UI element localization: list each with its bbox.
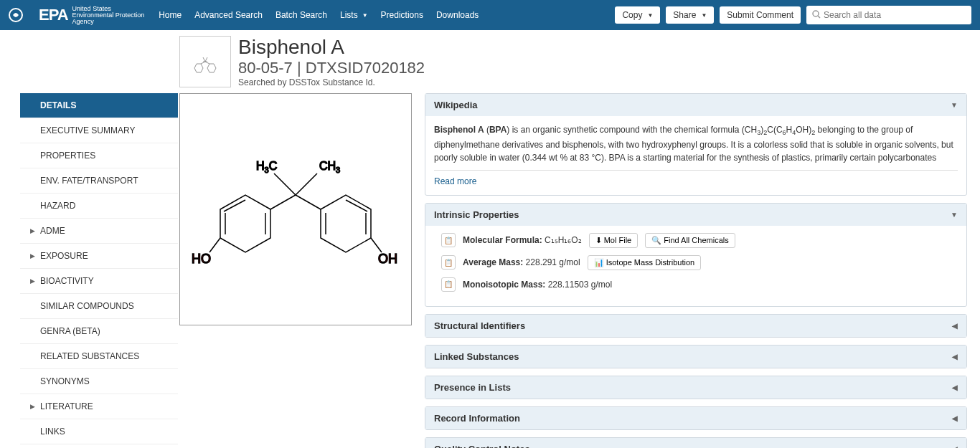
structural-identifiers-header[interactable]: Structural Identifiers◀ [425,315,966,337]
svg-marker-15 [220,195,270,252]
svg-text:H3C: H3C [256,160,277,174]
sidebar-item-links[interactable]: LINKS [20,419,178,444]
search-input[interactable] [824,10,966,20]
quality-control-notes-panel: Quality Control Notes◀ [425,437,967,448]
download-icon: ⬇ [595,236,602,245]
submit-comment-button[interactable]: Submit Comment [720,6,801,24]
chevron-left-icon: ◀ [952,353,958,361]
nav-batch-search[interactable]: Batch Search [275,10,327,20]
sidebar-item-details[interactable]: DETAILS [20,93,178,118]
nav-advanced-search[interactable]: Advanced Search [194,10,263,20]
sidebar-item-related-substances[interactable]: RELATED SUBSTANCES [20,344,178,369]
svg-line-2 [818,16,820,18]
mol-file-button[interactable]: ⬇Mol File [589,233,639,248]
chevron-right-icon: ▶ [30,277,36,285]
sidebar-item-label: SIMILAR COMPOUNDS [40,301,134,311]
panel-title: Record Information [434,413,520,424]
svg-line-26 [371,238,382,252]
sidebar-item-label: EXECUTIVE SUMMARY [40,125,135,135]
isotope-button[interactable]: 📊Isotope Mass Distribution [588,255,702,270]
read-more-link[interactable]: Read more [434,176,476,186]
chevron-left-icon: ◀ [952,322,958,330]
sidebar-item-label: ENV. FATE/TRANSPORT [40,176,138,186]
share-button[interactable]: Share [666,6,714,24]
nav-downloads[interactable]: Downloads [436,10,479,20]
structure-thumb-svg [184,40,227,83]
find-all-button[interactable]: 🔍Find All Chemicals [645,233,735,248]
svg-text:CH3: CH3 [319,160,340,174]
copy-button[interactable]: Copy [615,6,660,24]
linked-substances-header[interactable]: Linked Substances◀ [425,345,966,368]
nav-lists[interactable]: Lists [340,10,368,20]
sidebar-item-label: PROPERTIES [40,151,95,161]
intrinsic-title: Intrinsic Properties [434,209,519,220]
sidebar: DETAILSEXECUTIVE SUMMARYPROPERTIESENV. F… [20,93,178,448]
svg-line-11 [296,173,317,195]
sidebar-item-genra-beta-[interactable]: GENRA (BETA) [20,319,178,344]
copy-icon[interactable]: 📋 [441,277,456,292]
search-box[interactable] [806,6,971,24]
average-mass-row: 📋 Average Mass: 228.291 g/mol 📊Isotope M… [434,255,958,270]
panel-title: Linked Substances [434,351,519,362]
sidebar-item-bioactivity[interactable]: ▶BIOACTIVITY [20,269,178,294]
presence-in-lists-header[interactable]: Presence in Lists◀ [425,376,966,399]
avg-mass: Average Mass: 228.291 g/mol [463,257,580,267]
sidebar-item-label: LINKS [40,426,65,437]
sidebar-item-env-fate-transport[interactable]: ENV. FATE/TRANSPORT [20,168,178,194]
epa-logo[interactable]: EPA United States Environmental Protecti… [9,5,144,25]
chart-icon: 📊 [594,258,604,267]
chevron-down-icon: ▼ [951,101,958,109]
chevron-right-icon: ▶ [30,227,36,234]
chevron-left-icon: ◀ [952,383,958,391]
sidebar-item-comments[interactable]: COMMENTS [20,444,178,448]
chevron-right-icon: ▶ [30,403,36,410]
sidebar-item-similar-compounds[interactable]: SIMILAR COMPOUNDS [20,294,178,319]
structure-thumbnail[interactable] [179,36,231,87]
svg-line-9 [205,57,207,62]
copy-icon[interactable]: 📋 [441,233,456,247]
sidebar-item-adme[interactable]: ▶ADME [20,219,178,244]
app-header: EPA United States Environmental Protecti… [0,0,980,30]
quality-control-notes-header[interactable]: Quality Control Notes◀ [425,438,966,448]
svg-point-1 [813,11,819,16]
svg-line-10 [274,173,296,195]
linked-substances-panel: Linked Substances◀ [425,345,967,368]
panel-title: Structural Identifiers [434,320,525,331]
record-information-header[interactable]: Record Information◀ [425,407,966,429]
wikipedia-body: Bisphenol A (BPA) is an organic syntheti… [425,116,966,195]
svg-line-19 [209,238,220,252]
chevron-right-icon: ▶ [30,252,36,259]
structure-image[interactable]: H3C CH3 HO [179,93,412,325]
title-row: Bisphenol A 80-05-7 | DTXSID7020182 Sear… [0,30,980,93]
wikipedia-header[interactable]: Wikipedia ▼ [425,94,966,116]
sidebar-item-properties[interactable]: PROPERTIES [20,143,178,168]
copy-icon[interactable]: 📋 [441,255,456,270]
chevron-left-icon: ◀ [952,414,958,422]
intrinsic-header[interactable]: Intrinsic Properties ▼ [425,204,966,226]
epa-text: EPA [39,6,68,24]
structural-identifiers-panel: Structural Identifiers◀ [425,314,967,338]
sidebar-item-executive-summary[interactable]: EXECUTIVE SUMMARY [20,118,178,143]
epa-logo-icon [9,5,34,25]
sidebar-item-literature[interactable]: ▶LITERATURE [20,394,178,419]
nav-predictions[interactable]: Predictions [381,10,423,20]
intrinsic-body: 📋 Molecular Formula: C₁₅H₁₆O₂ ⬇Mol File … [425,226,966,306]
main-nav: Home Advanced Search Batch Search Lists … [159,10,479,20]
svg-line-14 [270,195,296,209]
sidebar-item-synonyms[interactable]: SYNONYMS [20,369,178,394]
svg-marker-3 [194,64,203,72]
sidebar-item-hazard[interactable]: HAZARD [20,194,178,219]
mol-formula: Molecular Formula: C₁₅H₁₆O₂ [463,235,582,245]
chevron-left-icon: ◀ [952,445,958,448]
info-panels: Wikipedia ▼ Bisphenol A (BPA) is an orga… [425,93,967,448]
wikipedia-panel: Wikipedia ▼ Bisphenol A (BPA) is an orga… [425,93,967,196]
mono-mass-row: 📋 Monoisotopic Mass: 228.11503 g/mol [434,277,958,292]
sidebar-item-label: EXPOSURE [40,251,88,261]
sidebar-item-exposure[interactable]: ▶EXPOSURE [20,244,178,269]
nav-home[interactable]: Home [159,10,182,20]
panel-title: Presence in Lists [434,382,511,393]
svg-text:HO: HO [192,252,211,266]
mono-mass: Monoisotopic Mass: 228.11503 g/mol [463,280,612,290]
epa-subtext: United States Environmental Protection A… [72,6,145,25]
svg-marker-4 [207,64,216,72]
